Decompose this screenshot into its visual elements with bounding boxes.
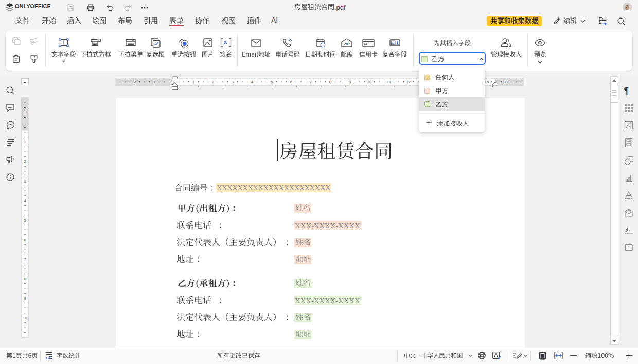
svg-text:11: 11 [387,80,392,84]
svg-text:1: 1 [24,111,26,115]
svg-text:5: 5 [271,80,273,84]
svg-text:2: 2 [24,159,26,164]
svg-text:4: 4 [24,198,26,203]
svg-text:6: 6 [24,238,26,242]
svg-text:2: 2 [134,80,136,84]
svg-text:2: 2 [212,80,215,84]
svg-text:3: 3 [24,179,26,184]
svg-text:1: 1 [24,140,26,144]
svg-text:7: 7 [310,80,312,84]
svg-text:3: 3 [232,80,234,84]
svg-text:12: 12 [406,80,411,84]
svg-text:17: 17 [504,80,509,84]
svg-text:10: 10 [367,80,372,84]
svg-text:6: 6 [290,80,293,84]
svg-text:5: 5 [24,218,26,223]
svg-text:9: 9 [349,80,351,84]
svg-text:9: 9 [24,296,26,301]
svg-text:7: 7 [24,257,26,262]
svg-text:12: 12 [45,356,50,360]
svg-text:10: 10 [23,316,27,320]
svg-text:4: 4 [251,80,254,84]
svg-text:1: 1 [192,80,195,84]
svg-text:1: 1 [153,80,156,84]
svg-text:8: 8 [24,277,26,281]
svg-text:ZIP: ZIP [344,42,349,46]
svg-text:16: 16 [485,80,489,84]
svg-text:8: 8 [329,80,332,84]
